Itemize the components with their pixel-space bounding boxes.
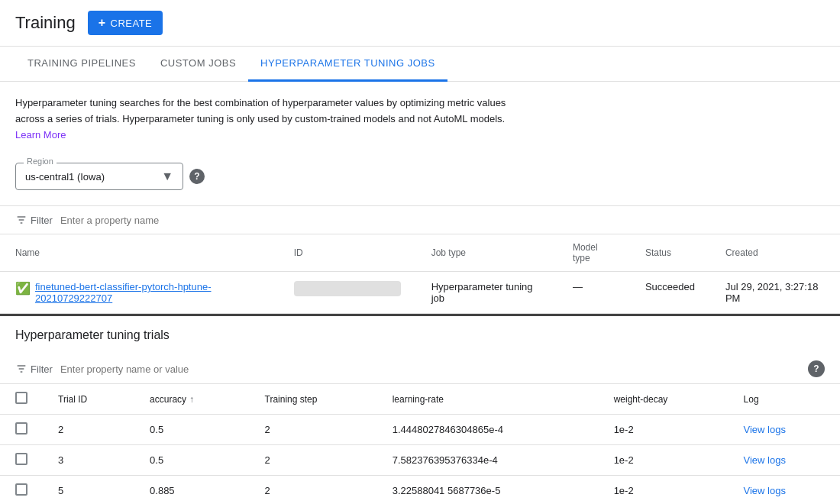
cell-training-step: 2 (250, 445, 377, 476)
id-redacted (294, 281, 401, 296)
cell-learning-rate: 1.4448027846304865e-4 (377, 415, 599, 445)
table-row: ✅ finetuned-bert-classifier-pytorch-hptu… (0, 272, 840, 314)
cell-row-checkbox (0, 415, 43, 445)
col-header-trial-id: Trial ID (43, 384, 134, 415)
col-header-log: Log (729, 384, 840, 415)
cell-trial-id: 5 (43, 476, 134, 504)
cell-name: ✅ finetuned-bert-classifier-pytorch-hptu… (0, 272, 279, 314)
col-header-model-type: Model type (557, 234, 630, 272)
col-header-learning-rate: learning-rate (377, 384, 599, 415)
create-button[interactable]: + CREATE (88, 11, 163, 35)
trials-help-icon[interactable]: ? (808, 360, 825, 377)
trials-table: Trial ID accuracy ↑ Training step learni… (0, 384, 840, 504)
cell-learning-rate: 7.582376395376334e-4 (377, 445, 599, 476)
bottom-panel-title: Hyperparameter tuning trials (0, 316, 840, 354)
cell-training-step: 2 (250, 476, 377, 504)
page-title: Training (15, 13, 76, 33)
cell-accuracy: 0.885 (134, 476, 249, 504)
cell-log: View logs (729, 415, 840, 445)
success-check-icon: ✅ (15, 281, 31, 296)
cell-log: View logs (729, 445, 840, 476)
cell-accuracy: 0.5 (134, 445, 249, 476)
trials-filter-icon: Filter (15, 363, 53, 375)
tab-custom-jobs[interactable]: CUSTOM JOBS (148, 47, 248, 82)
cell-learning-rate: 3.22588041 5687736e-5 (377, 476, 599, 504)
main-table-section: Name ID Job type Model type Status Creat… (0, 234, 840, 314)
col-header-weight-decay: weight-decay (599, 384, 729, 415)
trials-table-row: 5 0.885 2 3.22588041 5687736e-5 1e-2 Vie… (0, 476, 840, 504)
bottom-panel: Hyperparameter tuning trials Filter ? Tr… (0, 314, 840, 504)
help-icon[interactable]: ? (189, 169, 205, 184)
cell-job-type: Hyperparameter tuning job (416, 272, 557, 314)
row-checkbox[interactable] (15, 483, 27, 496)
cell-trial-id: 2 (43, 415, 134, 445)
region-label: Region (24, 157, 57, 166)
tab-training-pipelines[interactable]: TRAINING PIPELINES (15, 47, 148, 82)
main-table: Name ID Job type Model type Status Creat… (0, 234, 840, 314)
cell-trial-id: 3 (43, 445, 134, 476)
col-header-created: Created (710, 234, 840, 272)
cell-training-step: 2 (250, 415, 377, 445)
cell-row-checkbox (0, 445, 43, 476)
filter-label: Filter (31, 215, 53, 226)
sort-arrow-icon[interactable]: ↑ (189, 394, 194, 405)
create-plus-icon: + (99, 16, 106, 30)
cell-model-type: — (557, 272, 630, 314)
cell-row-checkbox (0, 476, 43, 504)
table-header-row: Name ID Job type Model type Status Creat… (0, 234, 840, 272)
cell-id (279, 272, 416, 314)
filter-icon: Filter (15, 214, 53, 226)
col-header-job-type: Job type (416, 234, 557, 272)
col-header-status: Status (630, 234, 710, 272)
col-header-checkbox (0, 384, 43, 415)
trials-table-row: 2 0.5 2 1.4448027846304865e-4 1e-2 View … (0, 415, 840, 445)
select-all-checkbox[interactable] (15, 392, 27, 404)
view-logs-link[interactable]: View logs (744, 454, 786, 466)
learn-more-link[interactable]: Learn More (15, 129, 66, 141)
tabs-bar: TRAINING PIPELINES CUSTOM JOBS HYPERPARA… (0, 47, 840, 82)
chevron-down-icon: ▼ (161, 170, 173, 183)
trials-table-row: 3 0.5 2 7.582376395376334e-4 1e-2 View l… (0, 445, 840, 476)
create-label: CREATE (111, 18, 153, 29)
description-text: Hyperparameter tuning searches for the b… (0, 82, 535, 157)
cell-log: View logs (729, 476, 840, 504)
view-logs-link[interactable]: View logs (744, 485, 786, 496)
filter-input[interactable] (60, 215, 825, 226)
trials-filter-bar: Filter ? (0, 354, 840, 384)
region-section: Region us-central1 (Iowa) ▼ ? (0, 157, 840, 205)
col-header-training-step: Training step (250, 384, 377, 415)
cell-accuracy: 0.5 (134, 415, 249, 445)
cell-weight-decay: 1e-2 (599, 445, 729, 476)
region-selector[interactable]: Region us-central1 (Iowa) ▼ (15, 163, 183, 190)
col-header-id: ID (279, 234, 416, 272)
view-logs-link[interactable]: View logs (744, 424, 786, 435)
col-header-name: Name (0, 234, 279, 272)
trials-filter-input[interactable] (60, 363, 800, 375)
cell-weight-decay: 1e-2 (599, 415, 729, 445)
row-checkbox[interactable] (15, 453, 27, 465)
region-select-wrapper: Region us-central1 (Iowa) ▼ ? (15, 163, 825, 190)
tab-hyperparameter-tuning-jobs[interactable]: HYPERPARAMETER TUNING JOBS (248, 47, 447, 82)
col-header-accuracy: accuracy ↑ (134, 384, 249, 415)
cell-weight-decay: 1e-2 (599, 476, 729, 504)
row-checkbox[interactable] (15, 422, 27, 435)
cell-status: Succeeded (630, 272, 710, 314)
header: Training + CREATE (0, 0, 840, 47)
cell-created: Jul 29, 2021, 3:27:18 PM (710, 272, 840, 314)
job-name-link[interactable]: finetuned-bert-classifier-pytorch-hptune… (35, 281, 263, 304)
trials-header-row: Trial ID accuracy ↑ Training step learni… (0, 384, 840, 415)
trials-filter-label: Filter (31, 363, 53, 375)
region-value: us-central1 (Iowa) (25, 171, 155, 183)
filter-bar: Filter (0, 205, 840, 234)
